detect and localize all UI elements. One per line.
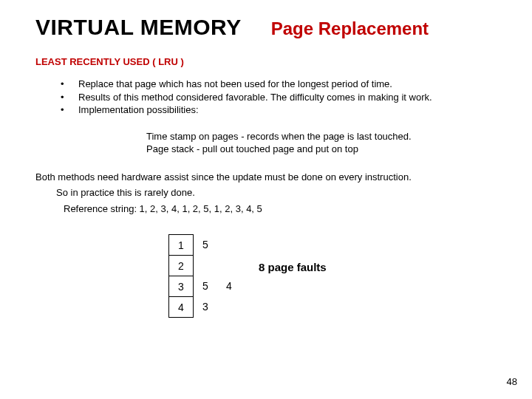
- frame-cell: 3: [194, 296, 217, 317]
- frame-cell: 3: [169, 276, 193, 297]
- frame-column: 4: [217, 234, 241, 317]
- bullet-list: Replace that page which has not been use…: [61, 78, 489, 117]
- frame-cell: 5: [194, 276, 217, 296]
- frame-cell: 4: [217, 276, 241, 296]
- frame-cell: 1: [169, 235, 193, 256]
- sub-item: Time stamp on pages - records when the p…: [146, 130, 497, 143]
- section-heading: LEAST RECENTLY USED ( LRU ): [35, 56, 497, 67]
- title-sub: Page Replacement: [271, 18, 429, 39]
- sub-item: Page stack - pull out touched page and p…: [146, 143, 497, 156]
- frame-column-boxed: 1 2 3 4: [168, 234, 194, 318]
- frame-cell: [217, 234, 241, 255]
- paragraph-line: Both methods need hardware assist since …: [35, 171, 497, 184]
- frame-cell: [217, 255, 241, 276]
- bullet-item: Results of this method considered favora…: [61, 91, 489, 104]
- slide-header: VIRTUAL MEMORY Page Replacement: [35, 15, 497, 40]
- bullet-item: Implementation possibilities:: [61, 103, 489, 117]
- frame-table: 1 2 3 4 5 5 3 4 8 page faults: [168, 234, 497, 318]
- title-main: VIRTUAL MEMORY: [35, 15, 242, 40]
- frame-cell: 5: [194, 234, 217, 255]
- bullet-item: Replace that page which has not been use…: [61, 78, 489, 91]
- frame-cell: [194, 255, 217, 276]
- frame-cell: [217, 296, 241, 317]
- page-faults-label: 8 page faults: [259, 261, 327, 273]
- paragraph-line: So in practice this is rarely done.: [56, 186, 497, 200]
- frame-cell: 2: [169, 256, 193, 276]
- reference-string: Reference string: 1, 2, 3, 4, 1, 2, 5, 1…: [64, 202, 497, 216]
- frame-cell: 4: [169, 297, 193, 318]
- page-number: 48: [507, 376, 517, 387]
- implementation-sublist: Time stamp on pages - records when the p…: [146, 130, 497, 156]
- frame-column: 5 5 3: [194, 234, 217, 317]
